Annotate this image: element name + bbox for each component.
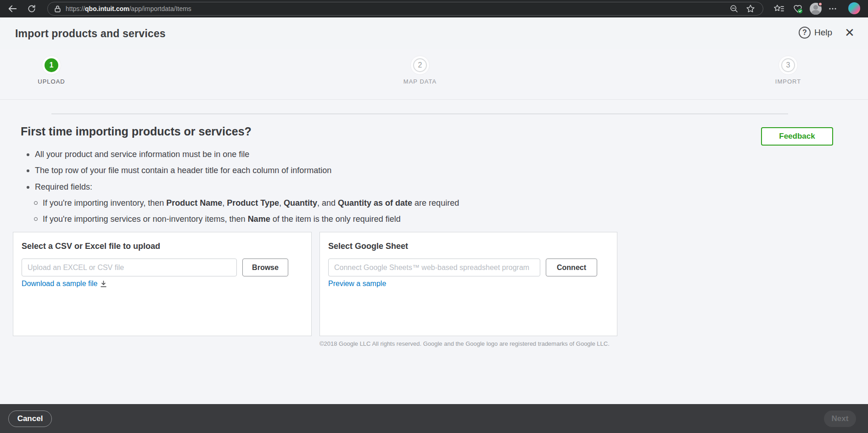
step-upload-label: UPLOAD xyxy=(19,78,84,85)
step-upload: 1 UPLOAD xyxy=(19,56,84,85)
step-map-data: 2 MAP DATA xyxy=(388,56,452,85)
google-sheet-panel: Select Google Sheet Connect Preview a sa… xyxy=(319,232,617,336)
browser-essentials-icon[interactable] xyxy=(791,2,804,15)
bullet-dot-icon xyxy=(27,186,29,189)
bullet-text: The top row of your file must contain a … xyxy=(35,166,331,175)
sub-bullet-text: If you're importing services or non-inve… xyxy=(43,214,401,224)
profile-avatar[interactable] xyxy=(810,3,822,15)
stepper-connector-line xyxy=(51,113,788,114)
more-menu-icon[interactable] xyxy=(826,2,839,15)
main-heading: First time importing products or service… xyxy=(21,125,252,138)
zoom-out-icon[interactable] xyxy=(729,4,739,14)
bullet-item: All your product and service information… xyxy=(27,150,249,159)
download-sample-link[interactable]: Download a sample file xyxy=(22,280,107,288)
step-upload-number: 1 xyxy=(45,58,58,72)
bullet-dot-icon xyxy=(27,153,29,156)
page-title: Import products and services xyxy=(15,28,166,40)
step-import-number: 3 xyxy=(781,58,795,72)
step-import-label: IMPORT xyxy=(756,78,820,85)
url-text: https://qbo.intuit.com/app/importdata/It… xyxy=(66,5,191,12)
bullet-dot-icon xyxy=(27,169,29,172)
bullet-item: The top row of your file must contain a … xyxy=(27,166,331,175)
sub-bullet-text: If you're importing inventory, then Prod… xyxy=(43,198,459,208)
sub-bullet-item: If you're importing inventory, then Prod… xyxy=(34,198,459,208)
favorites-bar-icon[interactable] xyxy=(773,2,785,15)
stepper: 1 UPLOAD 2 MAP DATA 3 IMPORT xyxy=(0,49,868,100)
help-icon: ? xyxy=(799,27,811,39)
lock-icon xyxy=(54,5,61,13)
download-sample-label: Download a sample file xyxy=(22,280,97,288)
step-import: 3 IMPORT xyxy=(756,56,820,85)
browse-button[interactable]: Browse xyxy=(242,259,288,276)
notification-dot xyxy=(818,2,823,6)
download-icon xyxy=(100,281,107,287)
footer-bar: Cancel Next xyxy=(0,404,868,433)
reload-icon[interactable] xyxy=(25,2,39,16)
back-icon[interactable] xyxy=(6,2,19,16)
feedback-button[interactable]: Feedback xyxy=(761,127,833,146)
sub-bullet-circle-icon xyxy=(34,217,38,221)
step-map-data-label: MAP DATA xyxy=(388,78,452,85)
file-upload-input[interactable] xyxy=(22,259,237,276)
bullet-text: All your product and service information… xyxy=(35,150,249,159)
address-bar[interactable]: https://qbo.intuit.com/app/importdata/It… xyxy=(47,2,763,16)
bullet-item: Required fields: xyxy=(27,182,92,192)
sub-bullet-item: If you're importing services or non-inve… xyxy=(34,214,401,224)
cancel-button[interactable]: Cancel xyxy=(8,411,52,427)
google-sheet-input[interactable] xyxy=(328,259,540,276)
favorite-star-icon[interactable] xyxy=(745,4,756,14)
csv-panel-heading: Select a CSV or Excel file to upload xyxy=(22,242,160,251)
step-map-data-number: 2 xyxy=(413,58,427,72)
sub-bullet-circle-icon xyxy=(34,201,38,205)
help-button[interactable]: ? Help xyxy=(799,27,832,39)
next-button[interactable]: Next xyxy=(824,411,856,427)
copilot-icon[interactable] xyxy=(848,2,860,14)
close-icon[interactable]: ✕ xyxy=(845,27,855,39)
connect-button[interactable]: Connect xyxy=(546,259,597,276)
google-panel-heading: Select Google Sheet xyxy=(328,242,408,251)
browser-chrome: https://qbo.intuit.com/app/importdata/It… xyxy=(0,0,868,17)
preview-sample-link[interactable]: Preview a sample xyxy=(328,280,386,288)
google-copyright-text: ©2018 Google LLC All rights reserved. Go… xyxy=(319,340,618,348)
page-header: Import products and services ? Help ✕ xyxy=(0,17,868,49)
bullet-text: Required fields: xyxy=(35,182,92,192)
help-label: Help xyxy=(814,28,832,38)
csv-upload-panel: Select a CSV or Excel file to upload Bro… xyxy=(13,232,312,336)
